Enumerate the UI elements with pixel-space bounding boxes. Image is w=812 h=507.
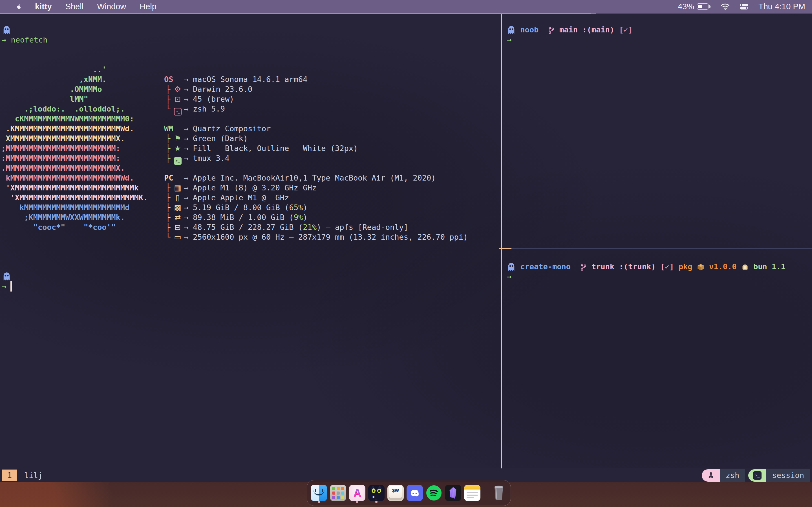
packages-icon: ⊡ [172,94,183,104]
tmux-window-name[interactable]: lilj [24,470,43,480]
info-value: 45 (brew) [193,94,234,104]
prompt-text: → [507,272,511,281]
tree-branch: └ [166,104,170,114]
dock-item-trash[interactable] [491,483,507,503]
status-label: session [766,469,810,482]
menu-item-window[interactable]: Window [97,2,126,11]
info-value: Darwin 23.6.0 [193,84,252,94]
info-value: 89.38 MiB / 1.00 GiB (9%) [193,212,307,222]
prompt-text: → [507,35,511,45]
arrow-icon: → [184,144,188,153]
info-value: Quartz Compositor [193,124,271,133]
dock-item-launchpad[interactable] [330,483,346,503]
arrow-icon: → [184,203,188,212]
dock-item-obsidian[interactable] [445,483,461,503]
tree-branch: ├ [166,183,170,193]
info-value: Green (Dark) [193,133,248,144]
info-value: Apple Apple M1 @ GHz [193,193,289,203]
arrow-icon: → [184,183,188,193]
arrow-icon: → [184,104,188,114]
ascii-art-line: 'XMMMMMMMMMMMMMMMMMMMMMMMMMMk [1,183,148,193]
status-group-zsh: zsh [702,469,745,482]
prompt-text [571,262,580,272]
prompt-text: v1.0.0 [705,262,741,272]
ascii-art-line: ..' [1,64,148,74]
prompt-text: [✓] [614,25,633,35]
prompt-text: :(main) [578,25,614,35]
info-value: 2560x1600 px @ 60 Hz – 287x179 mm (13.32… [193,232,468,242]
prompt-ghost-icon [2,25,11,35]
neofetch-command-line: → neofetch [2,35,48,45]
display-icon: ▭ [172,232,183,242]
prompt-text: → [2,35,11,45]
control-center-icon[interactable] [740,4,748,10]
info-value: zsh 5.9 [193,104,225,114]
info-value: 48.75 GiB / 228.27 GiB (21%) – apfs [Rea… [193,222,408,232]
running-indicator [318,501,320,503]
info-value: macOS Sonoma 14.6.1 arm64 [193,74,307,84]
prompt-text: noob [516,25,539,35]
info-value: Apple M1 (8) @ 3.20 GHz GHz [193,183,317,193]
prompt-text: bun 1.1 [749,262,785,272]
status-group-session: >_session [748,469,810,482]
terminal-icon: >_ [748,469,766,482]
info-value: Fill – Black, Outline – White (32px) [193,144,358,153]
tree-branch: └ [166,232,170,242]
arrow-icon: → [184,193,188,203]
arrow-icon: → [184,84,188,94]
right-bottom-pane[interactable]: create-mono trunk :(trunk) [✓] pkg v1.0.… [502,249,812,468]
wifi-icon[interactable] [721,3,730,10]
status-label: zsh [720,469,745,482]
ascii-art-line: .KMMMMMMMMMMMMMMMMMMMMMMMWd. [1,124,148,133]
arrow-icon: → [184,124,188,133]
arrow-icon: → [184,94,188,104]
arrow-icon: → [184,212,188,222]
info-value: 5.19 GiB / 8.00 GiB (65%) [193,203,307,212]
right-top-pane[interactable]: noob main :(main) [✓] → [502,14,812,248]
dock-item-spotify[interactable] [426,483,442,503]
ascii-art-line: .MMMMMMMMMMMMMMMMMMMMMMMMX. [1,163,148,173]
prompt-text: :(trunk) [614,262,656,272]
ascii-art-line: XMMMMMMMMMMMMMMMMMMMMMMMX. [1,133,148,144]
ascii-art-line: .OMMMMo [1,84,148,94]
menu-clock[interactable]: Thu 4:10 PM [758,2,805,11]
box-icon [697,262,705,272]
prompt-text: [✓] [656,262,674,272]
arrow-icon: → [184,133,188,144]
ascii-art-line: ,xNMM. [1,74,148,84]
bread-icon [741,262,749,272]
tmux-terminal-icon: >_ [172,153,183,164]
dock-item-kitty[interactable]: >_ [368,483,385,503]
kitty-terminal-window: → neofetch ..' ,xNMM. .OMMMMo lMM" .;lod… [0,14,812,482]
arrow-icon: → [184,173,188,183]
dock-item-discord[interactable] [407,483,423,503]
tree-branch: ├ [166,203,170,212]
starship-prompt-noob: noob main :(main) [✓] [507,24,633,35]
ascii-art-line: ;KMMMMMMMWXXWMMMMMMMk. [1,212,148,222]
prompt-text: trunk [587,262,615,272]
ghost-icon [507,262,516,272]
menu-item-help[interactable]: Help [140,2,156,11]
menu-app-name[interactable]: kitty [35,2,52,11]
branch-icon [580,262,587,272]
tmux-window-index[interactable]: 1 [2,469,17,481]
menu-item-shell[interactable]: Shell [65,2,84,11]
tree-branch: ├ [166,222,170,232]
disk-icon: ⊟ [172,222,183,232]
dock-item-arc[interactable]: A [349,483,365,503]
dock-item-notes[interactable] [464,483,480,503]
arrow-icon: → [184,232,188,242]
ascii-art-line: ;MMMMMMMMMMMMMMMMMMMMMMMM: [1,144,148,153]
dock-item-shortcut-key[interactable]: $W [388,483,404,503]
battery-status[interactable]: 43% [678,2,711,11]
shell-prompt: → [507,35,511,45]
dock-item-finder[interactable] [311,483,327,503]
shell-terminal-icon: >_ [172,104,183,114]
battery-percent: 43% [678,2,694,11]
ascii-art-line: 'XMMMMMMMMMMMMMMMMMMMMMMMMMMK. [1,193,148,203]
left-pane[interactable]: → neofetch ..' ,xNMM. .OMMMMo lMM" .;lod… [0,14,501,468]
battery-icon [697,3,709,10]
gpu-icon: ▯ [172,193,183,203]
cursor-star-icon: ★ [172,144,183,153]
apple-menu-icon[interactable] [15,3,21,10]
